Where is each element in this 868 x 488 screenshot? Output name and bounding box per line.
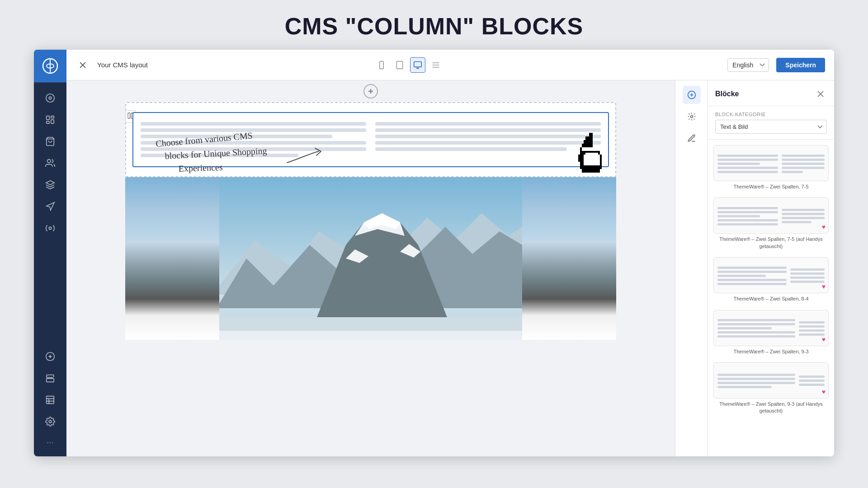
text-line [141, 135, 332, 138]
text-line [141, 141, 366, 145]
block-preview-9-3[interactable]: ♥ [713, 310, 829, 346]
editor-area: Choose from various CMS blocks for Uniqu… [66, 80, 834, 456]
block-name-9-3-handy: ThemeWare® – Zwei Spalten, 9-3 (auf Hand… [713, 401, 829, 415]
blocks-panel-close[interactable] [814, 88, 827, 100]
svg-rect-51 [578, 158, 602, 162]
svg-point-8 [47, 160, 51, 163]
add-block-button[interactable] [363, 84, 378, 99]
svg-point-10 [49, 227, 52, 230]
svg-rect-22 [380, 61, 383, 69]
desktop-view-toggle[interactable] [410, 57, 425, 73]
cms-block-dashed-wrapper[interactable]: Choose from various CMS blocks for Uniqu… [125, 102, 616, 177]
text-line [375, 122, 601, 126]
add-block-bar [66, 80, 675, 102]
sidebar-nav [40, 83, 60, 341]
text-line [141, 147, 366, 151]
block-name-9-3: ThemeWare® – Zwei Spalten, 9-3 [713, 348, 829, 355]
block-name-8-4: ThemeWare® – Zwei Spalten, 8-4 [713, 296, 829, 302]
text-col-right [375, 122, 601, 157]
text-columns-block-container: Choose from various CMS blocks for Uniqu… [125, 102, 616, 177]
block-item-8-4: ♥ ThemeWare® – Zwei Spalten, 8-4 [713, 257, 829, 302]
block-preview-8-4[interactable]: ♥ [713, 257, 829, 293]
svg-rect-24 [396, 61, 402, 69]
svg-rect-15 [47, 396, 54, 404]
sidebar-item-theme[interactable] [40, 218, 60, 238]
svg-rect-26 [414, 61, 422, 67]
svg-point-2 [49, 97, 52, 99]
text-line [141, 122, 366, 126]
block-name-7-5: ThemeWare® – Zwei Spalten, 7-5 [713, 183, 829, 190]
block-item-9-3: ♥ ThemeWare® – Zwei Spalten, 9-3 [713, 310, 829, 355]
block-preview-7-5-handy[interactable]: ♥ [713, 197, 829, 234]
svg-rect-58 [582, 169, 600, 173]
svg-rect-4 [51, 116, 54, 118]
right-panel-edit-icon[interactable] [683, 129, 701, 147]
tablet-view-toggle[interactable] [392, 57, 407, 73]
heart-icon-9-3-handy[interactable]: ♥ [822, 388, 826, 395]
sidebar-logo[interactable] [34, 50, 66, 82]
heart-icon-9-3[interactable]: ♥ [822, 336, 826, 343]
canvas-content: Choose from various CMS blocks for Uniqu… [66, 102, 675, 456]
view-toggles [374, 57, 443, 73]
blocks-panel-header: Blöcke [708, 80, 834, 106]
layout-title: Your CMS layout [97, 61, 367, 69]
block-preview-9-3-handy[interactable]: ♥ [713, 362, 829, 399]
block-preview-7-5[interactable] [713, 145, 829, 181]
filter-select-wrap: Text & Bild Text Bild Video Produkte [715, 120, 827, 134]
page-title: CMS "COLUMN" BLOCKS [0, 13, 868, 40]
page-header: CMS "COLUMN" BLOCKS [0, 0, 868, 50]
svg-rect-57 [580, 165, 602, 169]
text-line [375, 128, 601, 132]
sidebar-item-pages[interactable] [40, 110, 60, 130]
blocks-filter: Block-Kategorie Text & Bild Text Bild Vi… [708, 106, 834, 140]
save-button[interactable]: Speichern [776, 58, 825, 72]
svg-rect-6 [47, 122, 49, 124]
filter-label: Block-Kategorie [715, 112, 827, 117]
blocks-list: ThemeWare® – Zwei Spalten, 7-5 [708, 140, 834, 456]
text-line [141, 128, 366, 132]
svg-rect-34 [128, 113, 130, 118]
svg-rect-14 [47, 379, 54, 382]
heart-icon[interactable]: ♥ [822, 223, 826, 230]
text-line [375, 147, 567, 151]
text-line [141, 154, 298, 157]
mobile-view-toggle[interactable] [374, 57, 389, 73]
svg-rect-56 [602, 162, 604, 165]
blocks-panel-title: Blöcke [715, 90, 739, 98]
block-name-7-5-handy: ThemeWare® – Zwei Spalten, 7-5 (auf Hand… [713, 236, 829, 250]
sidebar-item-dashboard[interactable] [40, 88, 60, 108]
sidebar-item-megaphone[interactable] [40, 197, 60, 216]
right-panel-add-icon[interactable] [683, 86, 701, 104]
svg-point-74 [690, 116, 693, 118]
sidebar-item-table[interactable] [40, 390, 60, 410]
sidebar-item-add[interactable] [40, 347, 60, 366]
sidebar-item-store[interactable] [40, 368, 60, 388]
sidebar-item-users[interactable] [40, 153, 60, 173]
heart-icon-8-4[interactable]: ♥ [822, 283, 826, 290]
text-col-left [141, 122, 366, 157]
sidebar-more-dots[interactable]: ··· [43, 433, 58, 451]
sidebar-bottom: ··· [40, 341, 60, 456]
sidebar-item-shopping[interactable] [40, 131, 60, 151]
mountain-image-block [125, 177, 616, 340]
sidebar-item-layers[interactable] [40, 175, 60, 195]
sidebar-item-settings[interactable] [40, 412, 60, 432]
svg-rect-53 [602, 158, 604, 162]
block-item-7-5-handy: ♥ ThemeWare® – Zwei Spalten, 7-5 (auf Ha… [713, 197, 829, 250]
main-content: Your CMS layout [66, 50, 834, 456]
block-category-select[interactable]: Text & Bild Text Bild Video Produkte [715, 120, 827, 134]
block-item-7-5: ThemeWare® – Zwei Spalten, 7-5 [713, 145, 829, 190]
list-view-toggle[interactable] [428, 57, 443, 73]
svg-rect-54 [580, 162, 602, 165]
text-line [375, 135, 601, 138]
text-line [375, 141, 601, 145]
svg-point-19 [49, 420, 52, 423]
right-panel-settings-icon[interactable] [683, 108, 701, 126]
text-columns-selected-block[interactable]: Choose from various CMS blocks for Uniqu… [132, 112, 609, 167]
blocks-sidebar: Blöcke Block-Kategorie Text & Bild [708, 80, 834, 456]
close-button[interactable] [75, 58, 90, 72]
svg-rect-5 [51, 120, 54, 123]
svg-rect-52 [576, 158, 578, 162]
svg-text:Experiences: Experiences [178, 162, 223, 174]
language-select[interactable]: English Deutsch [727, 58, 769, 72]
